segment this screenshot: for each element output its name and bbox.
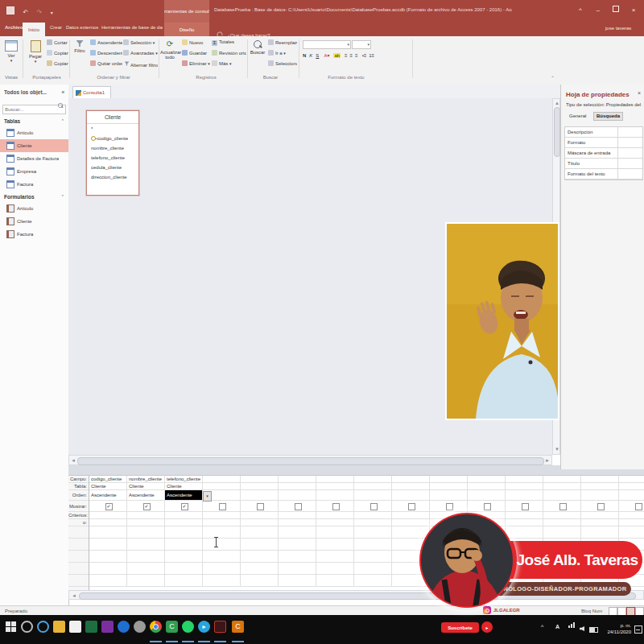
property-row[interactable]: Formato <box>565 138 642 148</box>
campo-cell[interactable]: codigo_cliente <box>89 476 127 483</box>
field-list-cliente[interactable]: Cliente * codigo_cliente nombre_cliente … <box>86 110 139 196</box>
property-row[interactable]: Título <box>565 159 642 169</box>
collapse-ribbon-icon[interactable]: ⌃ <box>551 75 555 80</box>
whatsapp-icon[interactable] <box>182 621 194 633</box>
signed-in-user[interactable]: jose taveras <box>605 26 631 31</box>
bullets-icon[interactable]: •≡ <box>362 53 367 58</box>
show-checkbox[interactable] <box>219 503 226 510</box>
excel-icon[interactable] <box>85 621 97 633</box>
o-cell[interactable] <box>127 519 165 526</box>
sort-dropdown-icon[interactable]: ▾ <box>203 491 212 502</box>
o-cell[interactable] <box>89 519 127 526</box>
filter-button[interactable]: Filtro <box>71 39 89 79</box>
mostrar-cell[interactable]: ✓ <box>89 501 127 512</box>
nav-item-tabla-detalles[interactable]: Detalles de Factura <box>0 152 68 165</box>
mostrar-cell[interactable]: ✓ <box>127 501 165 512</box>
field-item-telefono[interactable]: telefono_cliente <box>87 153 138 163</box>
copy-button[interactable]: Copiar <box>47 50 69 59</box>
minimize-icon[interactable]: – <box>591 5 605 16</box>
query-column-3[interactable]: telefono_cliente Cliente Ascendente ✓ <box>165 476 203 591</box>
nav-search-input[interactable] <box>2 105 66 114</box>
field-item-star[interactable]: * <box>87 124 138 134</box>
nav-item-form-articulo[interactable]: Artículo <box>0 202 68 215</box>
highlight-icon[interactable]: ab <box>333 53 341 58</box>
selection-button[interactable]: Selección ▾ <box>123 39 158 48</box>
align-right-icon[interactable]: ≡ <box>355 53 358 58</box>
tabla-cell[interactable]: Cliente <box>165 483 203 490</box>
field-item-codigo[interactable]: codigo_cliente <box>87 134 138 143</box>
orden-cell[interactable]: Ascendente <box>127 490 165 501</box>
delete-record-button[interactable]: Eliminar ▾ <box>182 60 211 69</box>
property-row[interactable]: Máscara de entrada <box>565 148 642 159</box>
show-checkbox[interactable] <box>635 503 642 510</box>
tab-inicio[interactable]: Inicio <box>23 23 45 36</box>
font-name-combo[interactable]: ▾ <box>303 40 351 49</box>
tab-busqueda[interactable]: Búsqueda <box>593 112 623 121</box>
shutter-bar-icon[interactable]: « <box>61 89 64 95</box>
field-item-direccion[interactable]: direccion_cliente <box>87 172 138 182</box>
action-center-icon[interactable] <box>634 625 642 634</box>
undo-icon[interactable]: ↶ <box>23 9 28 16</box>
numbering-icon[interactable]: 1≡ <box>369 53 374 58</box>
show-checkbox[interactable]: ✓ <box>143 503 151 510</box>
paste-button[interactable]: Pegar▾ <box>26 39 45 79</box>
query-column-2[interactable]: nombre_cliente Cliente Ascendente ✓ <box>127 476 165 591</box>
campo-cell[interactable]: nombre_cliente <box>127 476 165 483</box>
hidden-icons-chevron-icon[interactable]: ^ <box>541 624 543 630</box>
nav-item-form-cliente[interactable]: Cliente <box>0 215 68 228</box>
sort-descending-button[interactable]: Descendente <box>90 50 122 59</box>
criterios-cell[interactable] <box>127 512 165 519</box>
field-item-nombre[interactable]: nombre_cliente <box>87 143 138 153</box>
app-orange-icon[interactable]: C <box>232 621 244 633</box>
tab-crear[interactable]: Crear <box>50 25 62 30</box>
toggle-filter-button[interactable]: Alternar filtro <box>123 60 158 69</box>
align-center-icon[interactable]: ≡ <box>350 53 353 58</box>
telegram-icon[interactable]: ▸ <box>198 621 210 633</box>
advanced-filter-button[interactable]: Avanzadas ▾ <box>123 50 158 59</box>
show-checkbox[interactable] <box>295 503 302 510</box>
nav-item-tabla-factura[interactable]: Factura <box>0 178 68 191</box>
splitter[interactable] <box>68 465 644 475</box>
goto-button[interactable]: Ir a ▾ <box>268 50 297 59</box>
show-checkbox[interactable] <box>597 503 605 510</box>
spelling-button[interactable]: Revisión ortográfica <box>212 50 246 59</box>
tabla-cell[interactable]: Cliente <box>89 483 127 490</box>
underline-button[interactable]: S <box>316 53 319 58</box>
sort-ascending-button[interactable]: Ascendente <box>90 39 122 48</box>
find-button[interactable]: Buscar <box>249 39 266 79</box>
tab-herramientas[interactable]: Herramientas de base de datos <box>101 25 163 30</box>
app-darkred-icon[interactable] <box>214 621 226 633</box>
tab-archivo[interactable]: Archivo <box>5 25 23 30</box>
query-column-empty[interactable] <box>316 476 354 591</box>
property-sheet-close-icon[interactable]: × <box>638 90 641 96</box>
property-row[interactable]: Descripción <box>565 127 642 138</box>
show-checkbox[interactable] <box>446 503 453 510</box>
show-checkbox[interactable] <box>559 503 567 510</box>
tab-datos-externos[interactable]: Datos externos <box>66 25 98 30</box>
nav-group-tablas[interactable]: Tablas⌃ <box>0 115 68 126</box>
save-icon[interactable] <box>6 6 14 14</box>
store-icon[interactable] <box>69 621 81 633</box>
nav-search-icon[interactable] <box>58 103 63 108</box>
document-tab-consulta1[interactable]: Consulta1 <box>72 86 111 98</box>
o-cell[interactable] <box>165 519 203 526</box>
clock[interactable]: p. m. 24/11/2020 <box>602 622 631 636</box>
close-icon[interactable]: × <box>626 5 641 16</box>
query-column-empty[interactable] <box>279 476 316 591</box>
replace-button[interactable]: Reemplazar <box>268 39 297 48</box>
criterios-cell[interactable] <box>165 512 203 519</box>
orden-cell[interactable]: Ascendente <box>89 490 127 501</box>
camtasia-icon[interactable]: C <box>166 621 178 633</box>
refresh-all-button[interactable]: ⟳ Actualizar todo <box>160 39 180 79</box>
save-record-button[interactable]: Guardar <box>182 50 211 59</box>
qat-dropdown-icon[interactable]: ▾ <box>51 10 53 15</box>
show-checkbox[interactable] <box>332 503 340 510</box>
nav-group-formularios[interactable]: Formularios⌃ <box>0 191 68 202</box>
criterios-cell[interactable] <box>89 512 127 519</box>
show-checkbox[interactable] <box>257 503 264 510</box>
view-button[interactable]: Ver▾ <box>2 39 21 79</box>
orden-cell-selected[interactable]: Ascendente <box>165 490 203 501</box>
property-row[interactable]: Formato del texto <box>565 169 642 180</box>
canvas-hscrollbar[interactable]: ◄ ► <box>68 455 552 465</box>
chrome-icon[interactable] <box>150 621 162 633</box>
